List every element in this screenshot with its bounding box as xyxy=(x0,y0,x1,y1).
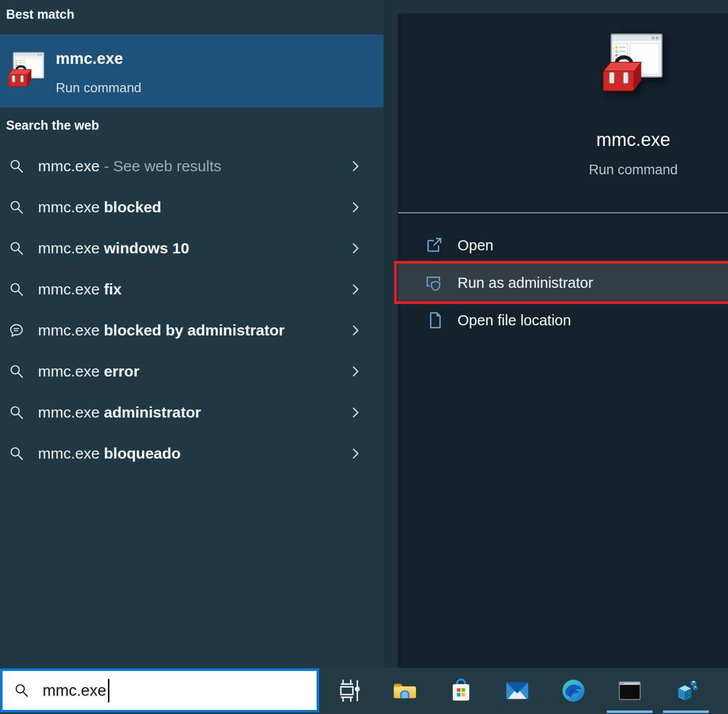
search-suggestion[interactable]: mmc.exe error xyxy=(0,351,384,392)
search-icon xyxy=(9,363,24,379)
search-suggestion[interactable]: mmc.exe blocked by administrator xyxy=(0,310,384,351)
search-icon xyxy=(9,158,24,174)
launch-icon xyxy=(425,236,443,255)
action-run-as-administrator[interactable]: Run as administrator xyxy=(398,261,728,304)
shield-admin-icon xyxy=(425,273,443,292)
search-suggestion[interactable]: mmc.exe windows 10 xyxy=(0,228,384,269)
taskbar-search-box[interactable]: mmc.exe xyxy=(0,668,319,712)
taskbar: mmc.exe xyxy=(0,668,728,714)
taskbar-terminal-button[interactable] xyxy=(617,678,643,704)
preview-panel-top-band xyxy=(398,0,728,14)
preview-subtitle: Run command xyxy=(507,162,728,178)
search-icon xyxy=(9,445,24,461)
task-view-icon xyxy=(335,678,362,704)
search-web-header: Search the web xyxy=(6,118,99,133)
search-suggestion[interactable]: mmc.exe - See web results xyxy=(0,145,384,186)
taskbar-registry-editor-button[interactable] xyxy=(673,678,699,704)
running-indicator xyxy=(663,710,709,713)
mail-icon xyxy=(504,678,530,704)
search-suggestion[interactable]: mmc.exe administrator xyxy=(0,392,384,433)
best-match-title: mmc.exe xyxy=(56,50,123,68)
preview-divider xyxy=(398,212,728,213)
search-results-panel: Best match mmc.exe Run command Search th… xyxy=(0,0,384,668)
registry-editor-icon xyxy=(673,678,699,704)
taskbar-mail-button[interactable] xyxy=(504,678,530,704)
search-icon xyxy=(9,199,24,215)
search-icon xyxy=(14,683,29,698)
taskbar-task-view-button[interactable] xyxy=(335,678,362,704)
chevron-right-icon xyxy=(350,200,362,214)
search-suggestion[interactable]: mmc.exe bloqueado xyxy=(0,433,384,474)
chevron-right-icon xyxy=(350,282,362,296)
chat-bubble-icon xyxy=(9,322,24,338)
terminal-icon xyxy=(617,678,643,704)
microsoft-store-icon xyxy=(448,678,474,704)
search-icon xyxy=(9,404,24,420)
action-open[interactable]: Open xyxy=(398,231,728,260)
panel-divider xyxy=(384,0,398,668)
taskbar-microsoft-store-button[interactable] xyxy=(448,678,474,704)
microsoft-edge-icon xyxy=(560,678,587,704)
mmc-toolbox-icon xyxy=(6,52,45,90)
taskbar-microsoft-edge-button[interactable] xyxy=(560,678,587,704)
chevron-right-icon xyxy=(350,323,362,337)
chevron-right-icon xyxy=(350,364,362,378)
text-caret xyxy=(108,679,109,702)
best-match-subtitle: Run command xyxy=(56,80,141,96)
best-match-result[interactable]: mmc.exe Run command xyxy=(0,34,384,107)
chevron-right-icon xyxy=(350,241,362,255)
best-match-header: Best match xyxy=(6,7,74,22)
chevron-right-icon xyxy=(350,159,362,173)
preview-panel: mmc.exe Run command Open Run as administ… xyxy=(398,14,728,668)
search-suggestion[interactable]: mmc.exe fix xyxy=(0,269,384,310)
chevron-right-icon xyxy=(350,446,362,460)
action-open-file-location[interactable]: Open file location xyxy=(398,305,728,336)
search-input-value: mmc.exe xyxy=(43,682,106,700)
search-icon xyxy=(9,240,24,256)
file-location-icon xyxy=(425,311,443,330)
mmc-toolbox-icon-large xyxy=(599,33,663,97)
running-indicator xyxy=(607,710,653,713)
file-explorer-icon xyxy=(392,678,418,704)
preview-title: mmc.exe xyxy=(507,129,728,151)
search-icon xyxy=(9,281,24,297)
chevron-right-icon xyxy=(350,405,362,419)
start-search-panel: Best match mmc.exe Run command Search th… xyxy=(0,0,728,714)
taskbar-file-explorer-button[interactable] xyxy=(392,678,418,704)
search-suggestion[interactable]: mmc.exe blocked xyxy=(0,186,384,228)
